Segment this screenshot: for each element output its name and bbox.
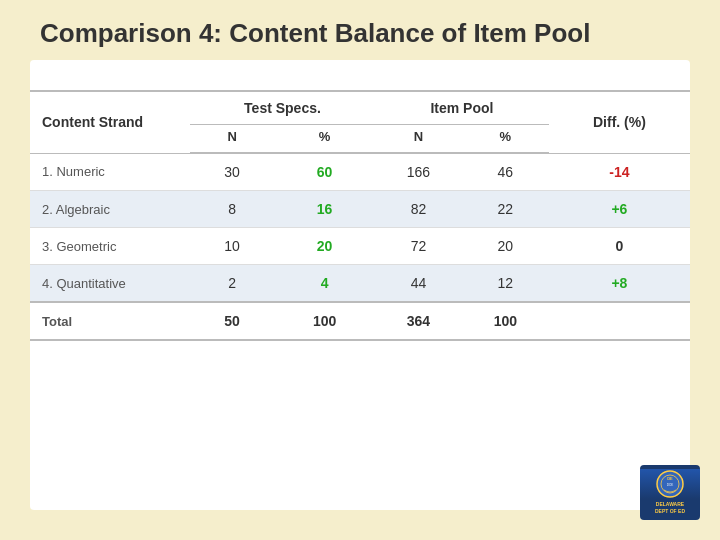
ts-n-value: 2 — [190, 265, 274, 303]
total-ts-n: 50 — [190, 302, 274, 340]
table-row: 2. Algebraic 8 16 82 22 +6 — [30, 191, 690, 228]
ts-pct-header: % — [274, 125, 375, 154]
logo-badge: DE DOE DelawareDept of Ed — [640, 465, 700, 520]
comparison-table: Content Strand Test Specs. Item Pool Dif… — [30, 90, 690, 341]
ts-pct-value: 60 — [274, 153, 375, 191]
ip-pct-value: 46 — [462, 153, 549, 191]
total-row: Total 50 100 364 100 — [30, 302, 690, 340]
table-container: Content Strand Test Specs. Item Pool Dif… — [30, 90, 690, 341]
table-row: 3. Geometric 10 20 72 20 0 — [30, 228, 690, 265]
total-label: Total — [30, 302, 190, 340]
logo-text: DelawareDept of Ed — [643, 501, 697, 514]
ip-n-value: 44 — [375, 265, 462, 303]
ip-n-header: N — [375, 125, 462, 154]
ip-pct-value: 20 — [462, 228, 549, 265]
table-body: 1. Numeric 30 60 166 46 -14 2. Algebraic… — [30, 153, 690, 340]
ip-pct-value: 22 — [462, 191, 549, 228]
item-pool-header: Item Pool — [375, 91, 549, 125]
ts-n-header: N — [190, 125, 274, 154]
ts-pct-value: 20 — [274, 228, 375, 265]
row-label: 2. Algebraic — [30, 191, 190, 228]
ts-n-value: 10 — [190, 228, 274, 265]
ip-pct-header: % — [462, 125, 549, 154]
diff-value: -14 — [549, 153, 690, 191]
ts-pct-value: 4 — [274, 265, 375, 303]
logo-top: DE DOE — [640, 469, 700, 499]
ts-n-value: 30 — [190, 153, 274, 191]
total-ts-pct: 100 — [274, 302, 375, 340]
test-specs-header: Test Specs. — [190, 91, 375, 125]
logo-seal-icon: DE DOE — [656, 470, 684, 498]
svg-text:DE: DE — [667, 476, 673, 481]
page-title: Comparison 4: Content Balance of Item Po… — [40, 18, 590, 49]
total-ip-pct: 100 — [462, 302, 549, 340]
ip-n-value: 166 — [375, 153, 462, 191]
ts-n-value: 8 — [190, 191, 274, 228]
svg-text:DOE: DOE — [667, 483, 674, 487]
row-label: 3. Geometric — [30, 228, 190, 265]
diff-header: Diff. (%) — [549, 91, 690, 153]
row-label: 4. Quantitative — [30, 265, 190, 303]
row-label: 1. Numeric — [30, 153, 190, 191]
diff-value: +6 — [549, 191, 690, 228]
diff-value: +8 — [549, 265, 690, 303]
logo-bottom: DelawareDept of Ed — [640, 499, 700, 516]
ip-n-value: 82 — [375, 191, 462, 228]
table-row: 4. Quantitative 2 4 44 12 +8 — [30, 265, 690, 303]
header-row: Content Strand Test Specs. Item Pool Dif… — [30, 91, 690, 125]
content-strand-header: Content Strand — [30, 91, 190, 153]
ip-pct-value: 12 — [462, 265, 549, 303]
table-row: 1. Numeric 30 60 166 46 -14 — [30, 153, 690, 191]
total-diff — [549, 302, 690, 340]
ip-n-value: 72 — [375, 228, 462, 265]
total-ip-n: 364 — [375, 302, 462, 340]
ts-pct-value: 16 — [274, 191, 375, 228]
diff-value: 0 — [549, 228, 690, 265]
